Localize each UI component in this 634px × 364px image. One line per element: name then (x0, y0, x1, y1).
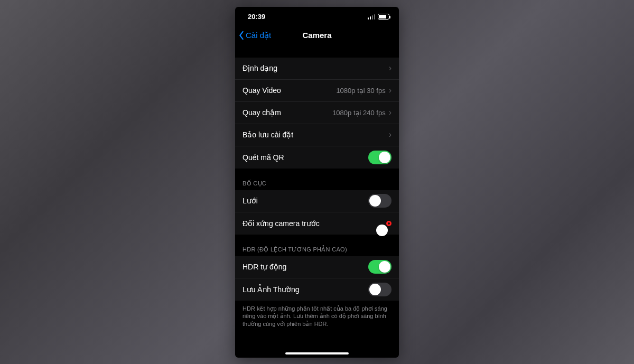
row-label: Quay Video (243, 86, 281, 95)
chevron-right-icon: › (389, 130, 391, 139)
row-grid: Lưới (235, 190, 399, 212)
row-label: Lưới (243, 197, 258, 205)
settings-group-hdr: HDR tự động Lưu Ảnh Thường (235, 256, 399, 301)
row-mirror-front-camera: Đối xứng camera trước (235, 212, 399, 235)
settings-group-layout: Lưới Đối xứng camera trước (235, 190, 399, 235)
home-indicator[interactable] (285, 352, 349, 354)
phone-frame: 20:39 Cài đặt Camera Định dạng › Quay Vi… (235, 7, 399, 358)
toggle-keep-normal-photo[interactable] (368, 283, 391, 296)
section-header-layout: BỐ CỤC (235, 169, 399, 190)
row-label: Bảo lưu cài đặt (243, 130, 293, 139)
row-value: 1080p tại 240 fps (332, 109, 386, 117)
status-bar: 20:39 (235, 7, 399, 25)
row-slow-mo[interactable]: Quay chậm 1080p tại 240 fps › (235, 102, 399, 124)
section-footer-hdr: HDR kết hợp những phần tốt nhất của ba đ… (235, 301, 399, 338)
toggle-scan-qr[interactable] (368, 151, 391, 164)
chevron-right-icon: › (389, 64, 391, 72)
chevron-left-icon (238, 31, 245, 40)
row-record-video[interactable]: Quay Video 1080p tại 30 fps › (235, 80, 399, 102)
row-preserve-settings[interactable]: Bảo lưu cài đặt › (235, 124, 399, 146)
toggle-auto-hdr[interactable] (368, 260, 391, 274)
annotation-highlight (386, 221, 391, 226)
row-label: Quét mã QR (243, 153, 284, 162)
back-button[interactable]: Cài đặt (238, 31, 271, 40)
status-time: 20:39 (248, 13, 265, 21)
cellular-signal-icon (368, 14, 376, 20)
back-label: Cài đặt (246, 31, 271, 40)
nav-bar: Cài đặt Camera (235, 25, 399, 46)
chevron-right-icon: › (389, 108, 391, 117)
section-gap (235, 46, 399, 58)
row-scan-qr: Quét mã QR (235, 146, 399, 169)
page-title: Camera (302, 31, 331, 40)
row-label: Định dạng (243, 64, 277, 72)
row-label: Quay chậm (243, 108, 281, 117)
row-value: 1080p tại 30 fps (336, 87, 385, 95)
chevron-right-icon: › (389, 86, 391, 95)
row-label: Đối xứng camera trước (243, 219, 320, 228)
row-keep-normal-photo: Lưu Ảnh Thường (235, 278, 399, 301)
section-header-hdr: HDR (ĐỘ LỆCH TƯƠNG PHẢN CAO) (235, 235, 399, 256)
settings-group-1: Định dạng › Quay Video 1080p tại 30 fps … (235, 58, 399, 169)
row-format[interactable]: Định dạng › (235, 58, 399, 80)
row-label: HDR tự động (243, 263, 286, 271)
row-auto-hdr: HDR tự động (235, 256, 399, 278)
battery-icon (378, 14, 389, 20)
row-label: Lưu Ảnh Thường (243, 285, 300, 294)
status-right (368, 14, 390, 20)
toggle-grid[interactable] (368, 194, 391, 208)
